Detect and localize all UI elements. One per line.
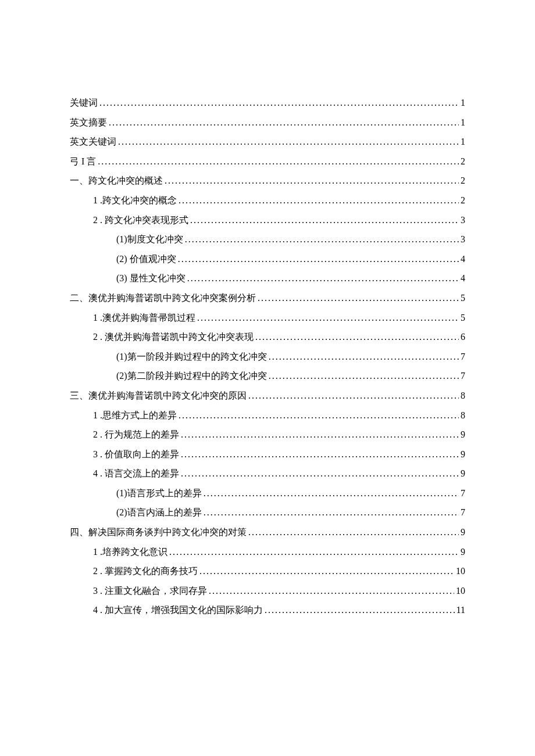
toc-label: 1 .跨文化冲突的概念	[93, 191, 177, 210]
toc-page-number: 7	[461, 503, 465, 522]
toc-leader-dots	[109, 113, 459, 132]
toc-entry: 三、澳优并购海普诺凯中跨文化冲突的原因8	[70, 386, 465, 406]
toc-leader-dots	[265, 600, 455, 620]
toc-leader-dots	[258, 288, 459, 308]
toc-page-number: 7	[461, 483, 465, 503]
toc-page-number: 9	[461, 542, 465, 562]
toc-entry: 4 . 语言交流上的差异9	[70, 464, 465, 483]
toc-leader-dots	[204, 483, 459, 503]
toc-entry: 1 .澳优并购海普帚凯过程5	[70, 308, 465, 328]
toc-entry: 1 .思维方式上的差异8	[70, 406, 465, 425]
toc-entry: 3 . 价值取向上的差异9	[70, 445, 465, 464]
toc-page-number: 6	[461, 327, 465, 347]
toc-entry: 2 . 行为规范上的差异9	[70, 425, 465, 445]
toc-page-number: 11	[456, 600, 465, 620]
toc-page-number: 3	[461, 210, 465, 230]
toc-entry: (3) 显性文化冲突4	[70, 268, 465, 288]
toc-leader-dots	[181, 425, 459, 445]
toc-leader-dots	[98, 152, 459, 171]
toc-page: { "entries": [ { "level": 0, "label": "关…	[0, 0, 535, 756]
toc-entry: 关键词1	[70, 93, 465, 113]
toc-page-number: 7	[461, 366, 465, 386]
toc-page-number: 2	[461, 191, 465, 210]
toc-label: (2)语言内涵上的差异	[116, 503, 202, 522]
toc-leader-dots	[248, 386, 459, 406]
toc-label: 关键词	[70, 93, 98, 113]
toc-page-number: 10	[456, 581, 465, 601]
toc-entry: 2 . 澳优并购海普诺凯中跨文化冲突表现6	[70, 327, 465, 347]
toc-entry: 二、澳优并购海普诺凯中跨文化冲突案例分析5	[70, 288, 465, 308]
toc-page-number: 4	[461, 249, 465, 269]
toc-entry: 英文关键词1	[70, 132, 465, 152]
toc-label: 三、澳优并购海普诺凯中跨文化冲突的原因	[70, 386, 247, 406]
toc-entry: 2 . 掌握跨文化的商务技巧10	[70, 561, 465, 581]
toc-leader-dots	[199, 561, 454, 581]
toc-label: 3 . 注重文化融合，求同存异	[93, 581, 207, 601]
toc-label: 4 . 语言交流上的差异	[93, 464, 179, 483]
toc-label: 二、澳优并购海普诺凯中跨文化冲突案例分析	[70, 288, 256, 308]
toc-label: 弓 I 言	[70, 152, 96, 171]
toc-page-number: 1	[461, 132, 465, 152]
toc-page-number: 3	[461, 230, 465, 249]
toc-entry: (1)制度文化冲突3	[70, 230, 465, 249]
toc-entry: 2 . 跨文化冲突表现形式3	[70, 210, 465, 230]
toc-entry: 4 . 加大宣传，增强我国文化的国际影响力11	[70, 600, 465, 620]
toc-page-number: 2	[461, 152, 465, 171]
toc-entry: 一、跨文化冲突的概述2	[70, 171, 465, 191]
toc-leader-dots	[248, 522, 459, 542]
toc-leader-dots	[118, 132, 459, 152]
toc-page-number: 2	[461, 171, 465, 191]
toc-leader-dots	[165, 171, 459, 191]
toc-leader-dots	[185, 230, 459, 249]
toc-leader-dots	[255, 327, 459, 347]
toc-leader-dots	[204, 503, 459, 522]
toc-label: 3 . 价值取向上的差异	[93, 445, 179, 464]
toc-page-number: 1	[461, 113, 465, 132]
toc-entry: 弓 I 言2	[70, 152, 465, 171]
toc-label: (1)第一阶段并购过程中的跨文化冲突	[116, 347, 267, 367]
toc-leader-dots	[190, 210, 459, 230]
toc-leader-dots	[179, 406, 459, 425]
toc-entry: (2) 价值观冲突4	[70, 249, 465, 269]
toc-leader-dots	[187, 268, 459, 288]
toc-page-number: 9	[461, 425, 465, 445]
toc-entry: 1 .跨文化冲突的概念2	[70, 191, 465, 210]
toc-label: (1)语言形式上的差异	[116, 483, 202, 503]
toc-label: 2 . 澳优并购海普诺凯中跨文化冲突表现	[93, 327, 254, 347]
toc-label: 英文摘要	[70, 113, 107, 132]
toc-label: 一、跨文化冲突的概述	[70, 171, 163, 191]
toc-label: 四、解决国际商务谈判中跨文化冲突的对策	[70, 522, 247, 542]
toc-page-number: 9	[461, 522, 465, 542]
toc-page-number: 5	[461, 288, 465, 308]
toc-entry: (2)语言内涵上的差异7	[70, 503, 465, 522]
toc-entry: (1)第一阶段并购过程中的跨文化冲突7	[70, 347, 465, 367]
toc-label: 1 .培养跨文化意识	[93, 542, 167, 562]
toc-page-number: 4	[461, 268, 465, 288]
toc-leader-dots	[181, 445, 459, 464]
toc-label: 英文关键词	[70, 132, 116, 152]
toc-entry: 3 . 注重文化融合，求同存异10	[70, 581, 465, 601]
toc-leader-dots	[99, 93, 459, 113]
toc-leader-dots	[169, 542, 459, 562]
toc-entry: (1)语言形式上的差异7	[70, 483, 465, 503]
toc-page-number: 8	[461, 386, 465, 406]
toc-entry: 四、解决国际商务谈判中跨文化冲突的对策9	[70, 522, 465, 542]
toc-leader-dots	[197, 308, 459, 328]
toc-entry: (2)第二阶段并购过程中的跨文化冲突7	[70, 366, 465, 386]
toc-label: (1)制度文化冲突	[116, 230, 183, 249]
toc-leader-dots	[178, 249, 459, 269]
toc-entry: 1 .培养跨文化意识9	[70, 542, 465, 562]
toc-leader-dots	[179, 191, 459, 210]
toc-label: 2 . 行为规范上的差异	[93, 425, 179, 445]
toc-leader-dots	[269, 366, 459, 386]
toc-label: (2)第二阶段并购过程中的跨文化冲突	[116, 366, 267, 386]
toc-page-number: 9	[461, 464, 465, 483]
toc-entry: 英文摘要1	[70, 113, 465, 132]
toc-label: 1 .思维方式上的差异	[93, 406, 177, 425]
toc-label: 4 . 加大宣传，增强我国文化的国际影响力	[93, 600, 263, 620]
toc-page-number: 1	[461, 93, 465, 113]
toc-label: 2 . 掌握跨文化的商务技巧	[93, 561, 198, 581]
toc-leader-dots	[181, 464, 459, 483]
toc-page-number: 8	[461, 406, 465, 425]
toc-page-number: 5	[461, 308, 465, 328]
